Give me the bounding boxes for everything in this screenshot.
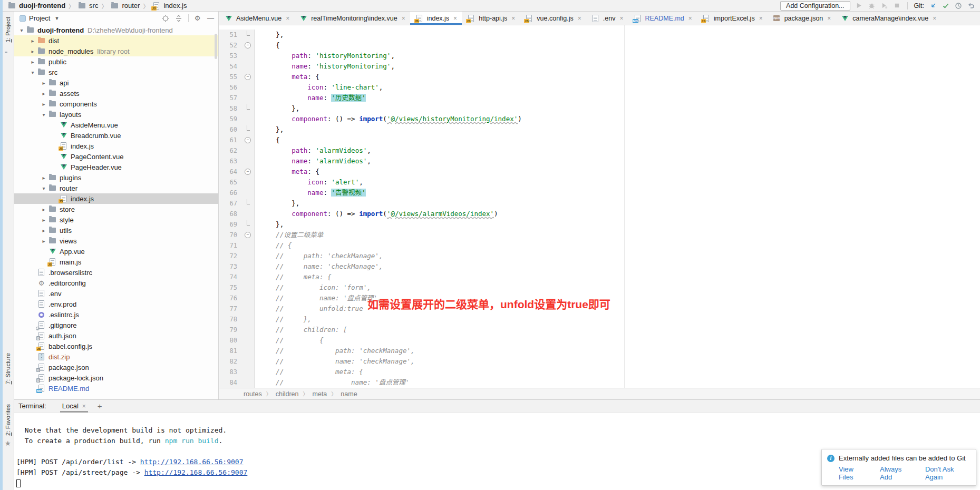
code-line[interactable]: 61 { [219, 135, 980, 145]
editor-tab[interactable]: realTimeMonitoring\index.vue× [294, 12, 410, 25]
tree-chevron-icon[interactable]: ▾ [40, 112, 48, 117]
tree-chevron-icon[interactable]: ▸ [40, 217, 48, 223]
notification-link[interactable]: Don't Ask Again [925, 465, 971, 481]
code-line[interactable]: 56 icon: 'line-chart', [219, 82, 980, 93]
tree-item[interactable]: .env [14, 288, 218, 299]
editor-breadcrumb-item[interactable]: children [276, 390, 299, 398]
close-icon[interactable]: × [453, 15, 457, 22]
code-line[interactable]: 53 path: 'historyMonitoring', [219, 51, 980, 61]
code-line[interactable]: 55 meta: { [219, 72, 980, 82]
code-line[interactable]: 57 name: '历史数据' [219, 93, 980, 103]
fold-marker-icon[interactable] [241, 124, 255, 135]
editor-tab[interactable]: JSimportExcel.js× [697, 12, 768, 25]
run-with-coverage-icon[interactable] [880, 2, 888, 9]
code-line[interactable]: 81 // path: 'checkManage', [219, 346, 980, 356]
close-icon[interactable]: × [759, 15, 763, 22]
editor-tab[interactable]: MDREADME.md× [628, 12, 697, 25]
code-line[interactable]: 83 // meta: { [219, 367, 980, 377]
close-icon[interactable]: × [286, 15, 289, 22]
code-line[interactable]: 82 // name: 'checkManage', [219, 356, 980, 367]
tree-scrollbar[interactable] [215, 34, 217, 59]
tree-item[interactable]: AsideMenu.vue [14, 120, 218, 130]
hide-panel-icon[interactable]: — [206, 14, 215, 23]
tree-item[interactable]: ▸style [14, 214, 218, 225]
tree-item[interactable]: ▸dist [14, 35, 218, 46]
tree-item[interactable]: ▾layouts [14, 109, 218, 120]
code-line[interactable]: 65 icon: 'alert', [219, 177, 980, 188]
tree-item[interactable]: ▾duoji-frontendD:\zheheWeb\duoji-fronten… [14, 25, 218, 35]
breadcrumb-item[interactable]: JSindex.js [152, 2, 187, 10]
tree-item[interactable]: {}auth.json [14, 330, 218, 341]
notification-link[interactable]: View Files [839, 465, 868, 481]
editor-breadcrumb-item[interactable]: routes [244, 390, 262, 398]
tree-item[interactable]: ▸components [14, 99, 218, 109]
tree-item[interactable]: JSbabel.config.js [14, 341, 218, 351]
breadcrumb-item[interactable]: src [77, 2, 98, 10]
editor-tab[interactable]: .env× [586, 12, 628, 25]
close-icon[interactable]: × [402, 15, 405, 22]
tree-item[interactable]: JSindex.js [14, 141, 218, 151]
tree-chevron-icon[interactable]: ▾ [40, 185, 48, 191]
fold-marker-icon[interactable] [241, 230, 255, 240]
code-line[interactable]: 62 path: 'alarmVideos', [219, 145, 980, 156]
tree-item[interactable]: {}package.json [14, 362, 218, 373]
tree-item[interactable]: ▸assets [14, 88, 218, 99]
tree-item[interactable]: JSmain.js [14, 257, 218, 267]
tree-item[interactable]: MDREADME.md [14, 383, 218, 394]
code-line[interactable]: 70 //设置二级菜单 [219, 230, 980, 240]
code-line[interactable]: 60 }, [219, 124, 980, 135]
close-icon[interactable]: × [933, 15, 936, 22]
tree-item[interactable]: ▸api [14, 77, 218, 88]
fold-marker-icon[interactable] [241, 30, 255, 40]
code-line[interactable]: 66 name: '告警视频' [219, 188, 980, 198]
close-icon[interactable]: × [688, 15, 692, 22]
stripe-tab-structure[interactable]: 7: Structure [5, 353, 11, 384]
fold-marker-icon[interactable] [241, 166, 255, 177]
run-icon[interactable] [855, 2, 863, 9]
locate-file-icon[interactable] [161, 14, 170, 23]
tree-item[interactable]: ▸plugins [14, 172, 218, 183]
code-line[interactable]: 73 // name: 'checkManage', [219, 261, 980, 272]
git-update-icon[interactable] [929, 2, 937, 9]
close-icon[interactable]: × [578, 15, 581, 22]
add-configuration-button[interactable]: Add Configuration... [780, 1, 850, 11]
fold-marker-icon[interactable] [241, 40, 255, 51]
tree-item[interactable]: ▸node_moduleslibrary root [14, 46, 218, 56]
code-line[interactable]: 67 }, [219, 198, 980, 209]
fold-marker-icon[interactable] [241, 72, 255, 82]
code-line[interactable]: 75 // icon: 'form', [219, 282, 980, 293]
tree-chevron-icon[interactable]: ▸ [28, 38, 37, 44]
editor[interactable]: 51 },52 {53 path: 'historyMonitoring',54… [219, 25, 980, 388]
editor-tab[interactable]: cameraManage\index.vue× [836, 12, 941, 25]
tree-chevron-icon[interactable]: ▸ [40, 101, 48, 107]
tree-item[interactable]: ⚙.editorconfig [14, 278, 218, 288]
code-line[interactable]: 74 // meta: { [219, 272, 980, 282]
tree-item[interactable]: Breadcrumb.vue [14, 130, 218, 141]
tree-item[interactable]: ▸public [14, 56, 218, 67]
code-line[interactable]: 52 { [219, 40, 980, 51]
tree-chevron-icon[interactable]: ▸ [40, 207, 48, 212]
tree-chevron-icon[interactable]: ▸ [28, 48, 37, 54]
tree-item[interactable]: PageHeader.vue [14, 162, 218, 172]
stripe-tab-favorites[interactable]: 2: Favorites [5, 404, 11, 436]
code-line[interactable]: 51 }, [219, 30, 980, 40]
tree-chevron-icon[interactable]: ▸ [40, 238, 48, 244]
tree-item[interactable]: ▾src [14, 67, 218, 77]
fold-marker-icon[interactable] [241, 219, 255, 230]
fold-marker-icon[interactable] [241, 103, 255, 114]
close-icon[interactable]: × [82, 403, 86, 410]
fold-marker-icon[interactable] [241, 135, 255, 145]
code-line[interactable]: 71 // { [219, 240, 980, 251]
stop-icon[interactable] [893, 2, 901, 9]
code-line[interactable]: 54 name: 'historyMonitoring', [219, 61, 980, 72]
project-view-selector[interactable]: Project ▼ [20, 14, 59, 22]
tree-chevron-icon[interactable]: ▾ [17, 27, 26, 33]
tree-item[interactable]: ▸store [14, 204, 218, 214]
git-commit-icon[interactable] [942, 2, 949, 9]
code-line[interactable]: 69 }, [219, 219, 980, 230]
code-line[interactable]: 79 // children: [ [219, 325, 980, 335]
tree-chevron-icon[interactable]: ▸ [40, 91, 48, 96]
fold-marker-icon[interactable] [241, 198, 255, 209]
code-line[interactable]: 72 // path: 'checkManage', [219, 251, 980, 261]
tree-item[interactable]: PageContent.vue [14, 151, 218, 162]
